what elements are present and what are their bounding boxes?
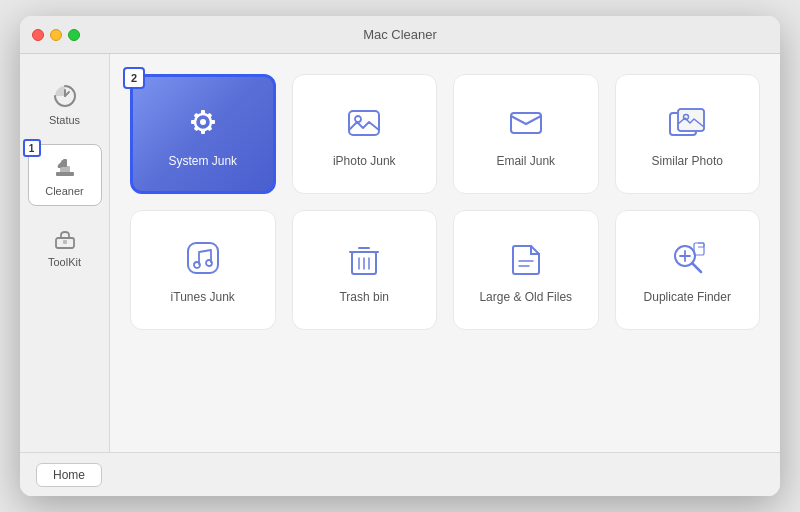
window-title: Mac Cleaner <box>363 27 437 42</box>
system-junk-label: System Junk <box>168 154 237 168</box>
iphoto-junk-icon <box>342 100 386 144</box>
close-button[interactable] <box>32 29 44 41</box>
itunes-junk-icon <box>181 236 225 280</box>
app-window: Mac Cleaner Status 1 <box>20 16 780 496</box>
svg-rect-14 <box>193 126 199 132</box>
large-old-files-label: Large & Old Files <box>479 290 572 304</box>
grid-item-itunes-junk[interactable]: iTunes Junk <box>130 210 276 330</box>
sidebar-item-cleaner[interactable]: 1 Cleaner <box>28 144 102 206</box>
svg-rect-9 <box>191 120 196 124</box>
sidebar-cleaner-badge: 1 <box>23 139 41 157</box>
grid-item-email-junk[interactable]: Email Junk <box>453 74 599 194</box>
grid-item-large-old-files[interactable]: Large & Old Files <box>453 210 599 330</box>
itunes-junk-label: iTunes Junk <box>171 290 235 304</box>
duplicate-finder-icon <box>665 236 709 280</box>
toolkit-label: ToolKit <box>48 256 81 268</box>
content-area: 2 <box>110 54 780 452</box>
large-old-files-icon <box>504 236 548 280</box>
svg-rect-15 <box>349 111 379 135</box>
status-icon <box>51 82 79 110</box>
iphoto-junk-label: iPhoto Junk <box>333 154 396 168</box>
featured-badge: 2 <box>123 67 145 89</box>
similar-photo-label: Similar Photo <box>652 154 723 168</box>
svg-point-24 <box>206 260 212 266</box>
cleaner-label: Cleaner <box>45 185 84 197</box>
items-grid: 2 <box>130 74 760 330</box>
sidebar-item-toolkit[interactable]: ToolKit <box>28 216 102 276</box>
grid-item-similar-photo[interactable]: Similar Photo <box>615 74 761 194</box>
email-junk-label: Email Junk <box>496 154 555 168</box>
email-junk-icon <box>504 100 548 144</box>
duplicate-finder-label: Duplicate Finder <box>644 290 731 304</box>
svg-rect-4 <box>63 240 67 244</box>
svg-point-6 <box>200 119 206 125</box>
similar-photo-icon <box>665 100 709 144</box>
trash-bin-icon <box>342 236 386 280</box>
maximize-button[interactable] <box>68 29 80 41</box>
title-bar: Mac Cleaner <box>20 16 780 54</box>
grid-item-iphoto-junk[interactable]: iPhoto Junk <box>292 74 438 194</box>
sidebar: Status 1 Cleaner <box>20 54 110 452</box>
toolkit-icon <box>51 224 79 252</box>
minimize-button[interactable] <box>50 29 62 41</box>
svg-point-23 <box>194 262 200 268</box>
svg-rect-2 <box>63 159 67 167</box>
svg-line-34 <box>692 263 701 272</box>
svg-rect-11 <box>193 113 199 119</box>
svg-point-16 <box>355 116 361 122</box>
svg-rect-10 <box>210 120 215 124</box>
cleaner-icon <box>51 153 79 181</box>
svg-rect-22 <box>188 243 218 273</box>
grid-item-trash-bin[interactable]: Trash bin <box>292 210 438 330</box>
grid-item-system-junk[interactable]: 2 <box>130 74 276 194</box>
grid-item-duplicate-finder[interactable]: Duplicate Finder <box>615 210 761 330</box>
status-label: Status <box>49 114 80 126</box>
home-button[interactable]: Home <box>36 463 102 487</box>
sidebar-item-status[interactable]: Status <box>28 74 102 134</box>
svg-rect-12 <box>206 126 212 132</box>
system-junk-icon <box>181 100 225 144</box>
svg-rect-13 <box>206 113 212 119</box>
svg-rect-8 <box>201 129 205 134</box>
main-content: Status 1 Cleaner <box>20 54 780 452</box>
bottom-bar: Home <box>20 452 780 496</box>
svg-rect-7 <box>201 110 205 115</box>
traffic-lights <box>32 29 80 41</box>
trash-bin-label: Trash bin <box>339 290 389 304</box>
